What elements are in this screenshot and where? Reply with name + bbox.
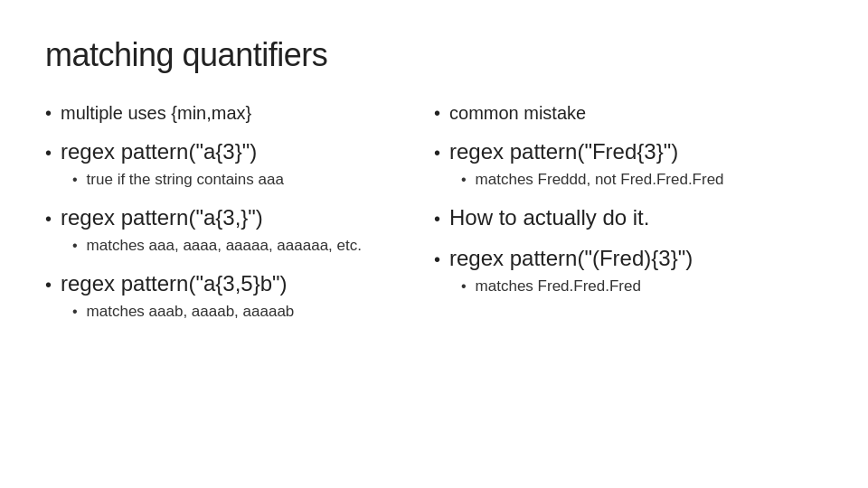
right-section-1: common mistake <box>434 101 805 125</box>
right-section-2: regex pattern("Fred{3}") matches Freddd,… <box>434 137 805 191</box>
left-item-4-child-1: matches aaab, aaaab, aaaaab <box>72 301 416 323</box>
content-area: multiple uses {min,max} regex pattern("a… <box>45 101 823 335</box>
left-item-3-text: regex pattern("a{3,}") <box>61 203 263 231</box>
right-item-2-text: regex pattern("Fred{3}") <box>449 137 678 165</box>
left-item-2: regex pattern("a{3}") <box>45 137 416 165</box>
right-item-4: regex pattern("(Fred){3}") <box>434 244 805 272</box>
right-item-1: common mistake <box>434 101 805 125</box>
left-item-3: regex pattern("a{3,}") <box>45 203 416 231</box>
right-column: common mistake regex pattern("Fred{3}") … <box>434 101 823 335</box>
right-item-1-text: common mistake <box>449 101 586 125</box>
right-item-3-text: How to actually do it. <box>449 203 649 231</box>
right-item-4-child-1-text: matches Fred.Fred.Fred <box>476 276 641 297</box>
left-section-2: regex pattern("a{3}") true if the string… <box>45 137 416 191</box>
left-item-2-child-1-text: true if the string contains aaa <box>87 169 284 191</box>
slide-title: matching quantifiers <box>45 36 823 74</box>
right-item-4-child-1: matches Fred.Fred.Fred <box>461 276 805 297</box>
left-item-4: regex pattern("a{3,5}b") <box>45 269 416 297</box>
right-item-2: regex pattern("Fred{3}") <box>434 137 805 165</box>
left-section-1: multiple uses {min,max} <box>45 101 416 125</box>
left-column: multiple uses {min,max} regex pattern("a… <box>45 101 434 335</box>
left-item-3-child-1: matches aaa, aaaa, aaaaa, aaaaaa, etc. <box>72 235 416 257</box>
left-item-4-text: regex pattern("a{3,5}b") <box>61 269 288 297</box>
right-item-4-text: regex pattern("(Fred){3}") <box>449 244 693 272</box>
left-item-4-child-1-text: matches aaab, aaaab, aaaaab <box>87 301 295 323</box>
right-item-3: How to actually do it. <box>434 203 805 231</box>
right-item-2-child-1-text: matches Freddd, not Fred.Fred.Fred <box>476 169 724 191</box>
left-section-4: regex pattern("a{3,5}b") matches aaab, a… <box>45 269 416 323</box>
left-item-2-child-1: true if the string contains aaa <box>72 169 416 191</box>
left-item-1: multiple uses {min,max} <box>45 101 416 125</box>
right-section-4: regex pattern("(Fred){3}") matches Fred.… <box>434 244 805 297</box>
right-item-2-child-1: matches Freddd, not Fred.Fred.Fred <box>461 169 805 191</box>
left-item-3-child-1-text: matches aaa, aaaa, aaaaa, aaaaaa, etc. <box>87 235 362 257</box>
left-item-2-text: regex pattern("a{3}") <box>61 137 257 165</box>
right-section-3: How to actually do it. <box>434 203 805 231</box>
left-item-1-text: multiple uses {min,max} <box>61 101 251 125</box>
left-section-3: regex pattern("a{3,}") matches aaa, aaaa… <box>45 203 416 257</box>
